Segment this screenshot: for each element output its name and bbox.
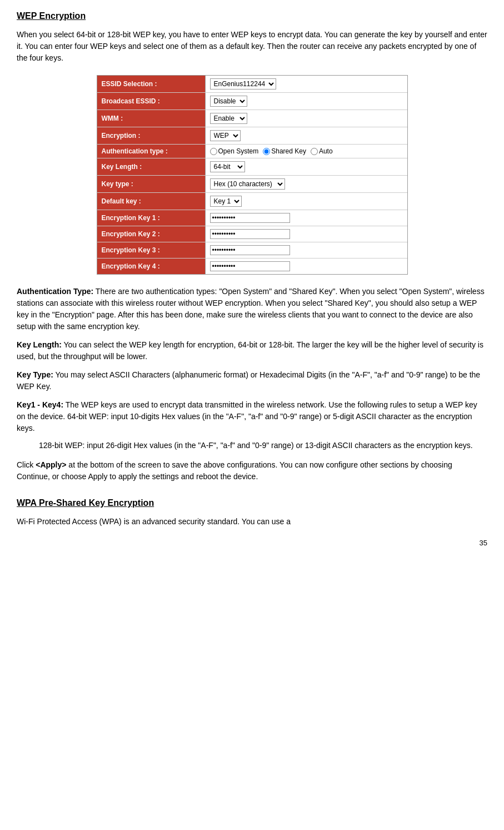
key3-value[interactable] (206, 242, 407, 258)
auth-value[interactable]: Open System Shared Key Auto (206, 145, 407, 158)
auth-auto[interactable]: Auto (311, 147, 333, 155)
auth-open-radio[interactable] (210, 148, 217, 155)
wmm-value[interactable]: Enable Disable (206, 110, 407, 127)
key14-section: Key1 - Key4: The WEP keys are used to en… (17, 399, 487, 451)
wpa-heading: WPA Pre-Shared Key Encryption (17, 498, 487, 508)
keytype-label: Key type : (97, 176, 206, 192)
key14-line1: The WEP keys are used to encrypt data tr… (17, 400, 477, 433)
auth-radio-group[interactable]: Open System Shared Key Auto (210, 147, 333, 155)
key4-input[interactable] (210, 261, 290, 271)
key3-label: Encryption Key 3 : (97, 242, 206, 258)
intro-paragraph: When you select 64-bit or 128-bit WEP ke… (17, 29, 487, 64)
encryption-label: Encryption : (97, 127, 206, 144)
wmm-select[interactable]: Enable Disable (210, 113, 247, 124)
form-row-keylength: Key Length : 64-bit 128-bit (97, 158, 407, 176)
form-row-keytype: Key type : Hex (10 characters) ASCII (5 … (97, 176, 407, 193)
broadcast-value[interactable]: Disable Enable (206, 93, 407, 110)
keytype-select[interactable]: Hex (10 characters) ASCII (5 characters) (210, 178, 285, 190)
keytype-section: Key Type: You may select ASCII Character… (17, 369, 487, 392)
encryption-value[interactable]: WEP WPA None (206, 127, 407, 144)
auth-shared-radio[interactable] (263, 148, 270, 155)
key1-value[interactable] (206, 210, 407, 226)
key4-value[interactable] (206, 259, 407, 274)
key3-input[interactable] (210, 245, 290, 255)
form-row-encryption: Encryption : WEP WPA None (97, 127, 407, 145)
wpa-intro: Wi-Fi Protected Access (WPA) is an advan… (17, 516, 487, 528)
form-row-auth: Authentication type : Open System Shared… (97, 145, 407, 158)
keytype-section-title: Key Type: (17, 370, 53, 379)
essid-select[interactable]: EnGenius112244 (210, 78, 276, 90)
auth-section: Authentication Type: There are two authe… (17, 286, 487, 332)
broadcast-select[interactable]: Disable Enable (210, 96, 247, 107)
form-row-key1: Encryption Key 1 : (97, 210, 407, 226)
wep-form: ESSID Selection : EnGenius112244 Broadca… (97, 75, 408, 275)
keylength-section-body: You can select the WEP key length for en… (17, 340, 483, 361)
form-row-key4: Encryption Key 4 : (97, 259, 407, 274)
key14-title: Key1 - Key4: (17, 400, 63, 409)
keytype-section-body: You may select ASCII Characters (alphanu… (17, 370, 480, 391)
key2-label: Encryption Key 2 : (97, 226, 206, 242)
keylength-section: Key Length: You can select the WEP key l… (17, 339, 487, 362)
keytype-value[interactable]: Hex (10 characters) ASCII (5 characters) (206, 176, 407, 192)
wmm-label: WMM : (97, 110, 206, 127)
keylength-section-title: Key Length: (17, 340, 62, 349)
keylength-value[interactable]: 64-bit 128-bit (206, 158, 407, 175)
form-row-broadcast: Broadcast ESSID : Disable Enable (97, 93, 407, 110)
key4-label: Encryption Key 4 : (97, 259, 206, 274)
auth-open-system[interactable]: Open System (210, 147, 259, 155)
essid-label: ESSID Selection : (97, 76, 206, 92)
broadcast-label: Broadcast ESSID : (97, 93, 206, 110)
key1-label: Encryption Key 1 : (97, 210, 206, 226)
auth-auto-radio[interactable] (311, 148, 318, 155)
auth-shared-key[interactable]: Shared Key (263, 147, 306, 155)
defaultkey-select[interactable]: Key 1 Key 2 Key 3 Key 4 (210, 196, 242, 207)
apply-para: Click <Apply> at the bottom of the scree… (17, 459, 487, 483)
form-row-wmm: WMM : Enable Disable (97, 110, 407, 127)
keylength-label: Key Length : (97, 158, 206, 175)
keylength-select[interactable]: 64-bit 128-bit (210, 161, 245, 172)
key2-value[interactable] (206, 226, 407, 242)
page-number: 35 (17, 539, 487, 547)
form-row-essid: ESSID Selection : EnGenius112244 (97, 76, 407, 93)
form-row-defaultkey: Default key : Key 1 Key 2 Key 3 Key 4 (97, 193, 407, 210)
auth-section-title: Authentication Type: (17, 287, 93, 296)
key1-input[interactable] (210, 213, 290, 223)
key14-line2: 128-bit WEP: input 26-digit Hex values (… (39, 440, 487, 451)
wep-heading: WEP Encryption (17, 11, 487, 21)
form-row-key2: Encryption Key 2 : (97, 226, 407, 242)
essid-value[interactable]: EnGenius112244 (206, 76, 407, 92)
auth-label: Authentication type : (97, 145, 206, 158)
defaultkey-value[interactable]: Key 1 Key 2 Key 3 Key 4 (206, 193, 407, 210)
apply-section: Click <Apply> at the bottom of the scree… (17, 459, 487, 483)
encryption-select[interactable]: WEP WPA None (210, 130, 241, 141)
key2-input[interactable] (210, 229, 290, 239)
defaultkey-label: Default key : (97, 193, 206, 210)
form-row-key3: Encryption Key 3 : (97, 242, 407, 259)
